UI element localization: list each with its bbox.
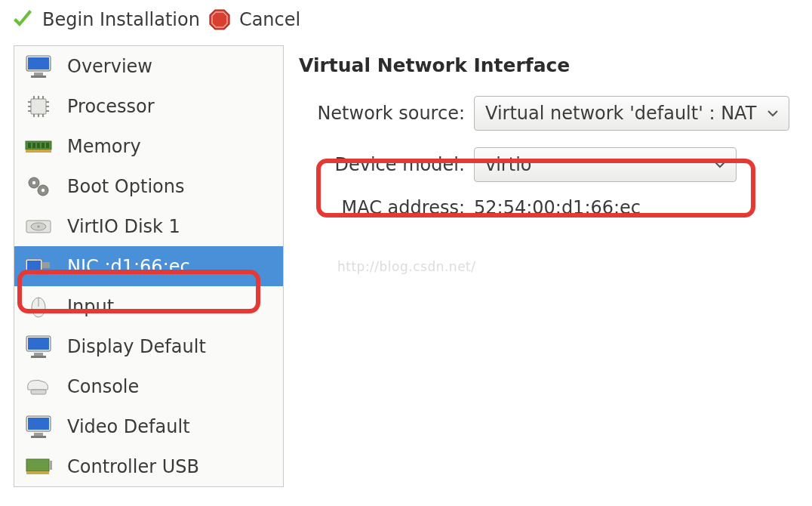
sidebar: Overview Processor Memory Boot Options V… <box>14 45 284 487</box>
sidebar-item-label: Boot Options <box>67 176 184 197</box>
sidebar-item-video[interactable]: Video Default <box>14 406 283 446</box>
svg-rect-34 <box>27 261 41 270</box>
svg-rect-49 <box>26 471 49 474</box>
network-source-label: Network source: <box>299 103 474 124</box>
svg-rect-23 <box>42 143 45 148</box>
sidebar-item-controller-usb[interactable]: Controller USB <box>14 446 283 486</box>
svg-rect-36 <box>37 273 48 275</box>
mouse-icon <box>22 292 55 322</box>
svg-rect-6 <box>31 99 46 114</box>
sidebar-item-label: Overview <box>67 56 152 77</box>
nic-icon <box>22 251 55 282</box>
sidebar-item-label: Processor <box>67 96 155 117</box>
svg-rect-5 <box>31 76 46 78</box>
monitor-icon <box>22 412 55 442</box>
svg-marker-0 <box>210 10 229 29</box>
ram-icon <box>22 131 55 162</box>
sidebar-item-overview[interactable]: Overview <box>14 46 283 86</box>
svg-rect-43 <box>31 390 46 394</box>
svg-rect-25 <box>26 150 51 153</box>
svg-rect-24 <box>46 143 49 148</box>
svg-rect-46 <box>34 433 43 436</box>
cpu-icon <box>22 91 55 122</box>
svg-point-28 <box>32 180 35 184</box>
svg-rect-50 <box>49 461 52 470</box>
sidebar-item-virtio-disk[interactable]: VirtIO Disk 1 <box>14 206 283 246</box>
device-model-value: virtio <box>485 154 532 175</box>
sidebar-item-nic[interactable]: NIC :d1:66:ec <box>14 246 283 286</box>
begin-installation-label: Begin Installation <box>42 9 200 30</box>
sidebar-item-label: Display Default <box>67 336 206 357</box>
svg-rect-42 <box>31 356 46 358</box>
sidebar-item-label: Memory <box>67 136 141 157</box>
page-title: Virtual Network Interface <box>299 54 804 76</box>
cancel-label: Cancel <box>239 9 300 30</box>
sidebar-item-label: VirtIO Disk 1 <box>67 216 180 237</box>
mac-address-value: 52:54:00:d1:66:ec <box>474 197 641 218</box>
chevron-down-icon <box>713 158 727 171</box>
disk-icon <box>22 211 55 242</box>
svg-rect-41 <box>34 353 43 356</box>
serial-icon <box>22 372 55 402</box>
svg-rect-3 <box>28 57 49 69</box>
cancel-button[interactable]: Cancel <box>208 8 300 32</box>
svg-rect-20 <box>28 143 31 148</box>
monitor-icon <box>22 51 55 82</box>
sidebar-item-boot-options[interactable]: Boot Options <box>14 166 283 206</box>
chevron-down-icon <box>766 106 780 120</box>
begin-installation-button[interactable]: Begin Installation <box>11 8 200 32</box>
svg-point-29 <box>42 188 45 191</box>
svg-rect-21 <box>32 143 35 148</box>
check-icon <box>11 8 35 32</box>
sidebar-item-label: NIC :d1:66:ec <box>67 256 190 277</box>
sidebar-item-input[interactable]: Input <box>14 286 283 326</box>
watermark-text: http://blog.csdn.net/ <box>337 259 476 274</box>
svg-rect-40 <box>28 338 49 350</box>
svg-rect-35 <box>42 262 50 268</box>
sidebar-item-console[interactable]: Console <box>14 366 283 406</box>
svg-rect-45 <box>28 418 49 430</box>
sidebar-item-processor[interactable]: Processor <box>14 86 283 126</box>
svg-rect-48 <box>26 459 49 471</box>
sidebar-item-label: Input <box>67 296 114 317</box>
monitor-icon <box>22 332 55 362</box>
stop-icon <box>208 8 232 32</box>
device-model-select[interactable]: virtio <box>474 147 737 182</box>
sidebar-item-memory[interactable]: Memory <box>14 126 283 166</box>
pci-icon <box>22 452 55 482</box>
svg-rect-4 <box>34 73 43 76</box>
mac-address-label: MAC address: <box>299 197 474 218</box>
gears-icon <box>22 171 55 202</box>
svg-point-32 <box>37 225 39 227</box>
svg-rect-47 <box>31 436 46 438</box>
network-source-value: Virtual network 'default' : NAT <box>485 103 756 124</box>
sidebar-item-display[interactable]: Display Default <box>14 326 283 366</box>
network-source-select[interactable]: Virtual network 'default' : NAT <box>474 96 789 131</box>
sidebar-item-label: Controller USB <box>67 456 199 477</box>
device-model-label: Device model: <box>299 154 474 175</box>
sidebar-item-label: Console <box>67 376 139 397</box>
svg-rect-22 <box>37 143 40 148</box>
sidebar-item-label: Video Default <box>67 416 190 437</box>
